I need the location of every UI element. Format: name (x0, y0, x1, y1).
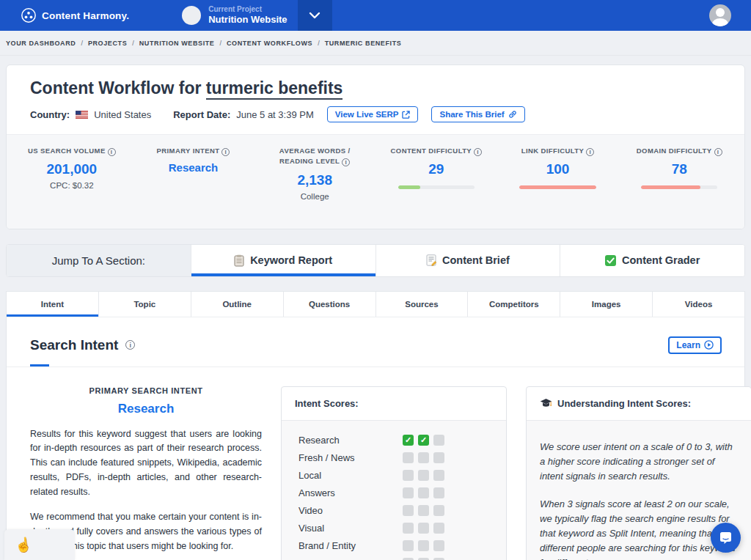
score-box (403, 487, 414, 498)
intent-description-paragraph: Results for this keyword suggest that us… (30, 427, 262, 500)
clipboard-icon (234, 254, 244, 267)
tab-sources[interactable]: Sources (376, 292, 469, 317)
score-row-brand-entity: Brand / Entity (295, 540, 493, 551)
project-dropdown-button[interactable] (298, 0, 332, 31)
breadcrumb-item-project[interactable]: Nutrition Website (139, 40, 215, 47)
breadcrumb-separator: / (219, 40, 221, 47)
score-row-fresh-news: Fresh / News (295, 452, 493, 463)
stat-value[interactable]: Research (137, 161, 250, 174)
primary-intent-value[interactable]: Research (30, 402, 262, 416)
stat-value[interactable]: 2,138 (258, 172, 371, 188)
report-tab-bar: Intent Topic Outline Questions Sources C… (6, 291, 745, 317)
view-live-serp-button[interactable]: View Live SERP (327, 106, 419, 122)
stat-primary-intent: Primary Intent Research (133, 146, 254, 213)
stat-value[interactable]: 100 (502, 161, 615, 177)
score-box (403, 558, 414, 560)
stat-progress-bar (641, 185, 717, 189)
info-icon[interactable] (221, 148, 230, 156)
explainer-title: Understanding Intent Scores: (557, 398, 691, 409)
link-icon (508, 110, 517, 119)
us-flag-icon (76, 111, 88, 119)
score-box (433, 523, 444, 534)
score-box (418, 435, 429, 446)
section-title: Search Intent (30, 337, 135, 353)
score-box (403, 470, 414, 481)
section-nav-content-grader[interactable]: Content Grader (560, 245, 744, 276)
keyword-title: turmeric benefits (206, 78, 343, 100)
stat-value[interactable]: 201,000 (15, 161, 128, 177)
stat-sub: College (258, 192, 371, 201)
tab-questions[interactable]: Questions (284, 292, 376, 317)
tab-competitors[interactable]: Competitors (468, 292, 560, 317)
breadcrumb-item-workflows[interactable]: Content Workflows (227, 40, 312, 47)
info-icon[interactable] (125, 340, 135, 350)
stat-content-difficulty: Content Difficulty 29 (376, 146, 497, 213)
keyword-stats-strip: US Search Volume 201,000 CPC: $0.32 Prim… (7, 134, 744, 229)
current-project-name: Nutrition Website (208, 14, 287, 26)
report-date-label: Report Date: (173, 109, 230, 120)
page-title: Content Workflow for turmeric benefits (30, 78, 721, 98)
info-icon[interactable] (586, 148, 594, 156)
breadcrumb: Your Dashboard / Projects / Nutrition We… (0, 31, 751, 56)
share-brief-button[interactable]: Share This Brief (431, 106, 524, 122)
breadcrumb-item-projects[interactable]: Projects (88, 40, 127, 47)
score-box (433, 470, 444, 481)
score-box (418, 487, 429, 498)
country-value: United States (94, 109, 151, 120)
jump-to-section-label: Jump To A Section: (7, 245, 191, 276)
score-box (433, 540, 444, 551)
messenger-icon (719, 531, 733, 545)
score-row-visual: Visual (295, 523, 493, 534)
score-box (403, 452, 414, 463)
score-box (418, 452, 429, 463)
user-avatar[interactable] (709, 4, 731, 26)
project-avatar (182, 6, 201, 25)
brand[interactable]: Content Harmony. (0, 0, 129, 31)
info-icon[interactable] (108, 148, 116, 156)
breadcrumb-separator: / (132, 40, 134, 47)
score-box (418, 470, 429, 481)
score-box (403, 505, 414, 516)
pointing-hand-icon: ☝ (14, 535, 34, 554)
breadcrumb-separator: / (81, 40, 83, 47)
primary-intent-label: Primary Search Intent (30, 386, 262, 395)
score-box (418, 523, 429, 534)
tab-videos[interactable]: Videos (653, 292, 744, 317)
onboarding-hint-popup[interactable]: ☝ (4, 529, 75, 560)
memo-icon (426, 254, 436, 266)
stat-value[interactable]: 78 (623, 161, 736, 177)
play-circle-icon (704, 340, 714, 350)
tab-intent[interactable]: Intent (7, 292, 99, 317)
score-row-research: Research (295, 435, 493, 446)
score-box (403, 540, 414, 551)
tab-outline[interactable]: Outline (191, 292, 284, 317)
search-intent-section: Search Intent Learn Primary Search Inten… (6, 317, 745, 560)
current-project-label: Current Project (208, 5, 287, 15)
stat-value[interactable]: 29 (380, 161, 493, 177)
breadcrumb-item-dashboard[interactable]: Your Dashboard (6, 40, 76, 47)
breadcrumb-item-current[interactable]: Turmeric Benefits (325, 40, 402, 47)
section-nav-content-brief[interactable]: Content Brief (376, 245, 561, 276)
report-date-value: June 5 at 3:39 PM (236, 109, 314, 120)
info-icon[interactable] (342, 158, 350, 166)
intent-scores-panel: Intent Scores: Research Fresh / News Loc… (281, 386, 507, 560)
info-icon[interactable] (474, 148, 482, 156)
stat-us-search-volume: US Search Volume 201,000 CPC: $0.32 (11, 146, 133, 213)
tab-topic[interactable]: Topic (99, 292, 191, 317)
project-switcher[interactable]: Current Project Nutrition Website (172, 0, 297, 31)
info-icon[interactable] (714, 148, 722, 156)
score-box (403, 435, 414, 446)
score-box (433, 558, 444, 560)
learn-button[interactable]: Learn (668, 336, 722, 354)
score-row-transactional: Transactional (295, 558, 493, 560)
score-row-local: Local (295, 470, 493, 481)
section-nav-keyword-report[interactable]: Keyword Report (191, 245, 376, 276)
explainer-paragraph: We score user intent on a scale of 0 to … (540, 440, 738, 484)
score-box (403, 523, 414, 534)
chat-launcher-button[interactable] (711, 523, 741, 553)
score-row-video: Video (295, 505, 493, 516)
green-check-icon (605, 255, 616, 266)
score-box (433, 435, 444, 446)
tab-images[interactable]: Images (560, 292, 653, 317)
chevron-down-icon (309, 12, 320, 19)
